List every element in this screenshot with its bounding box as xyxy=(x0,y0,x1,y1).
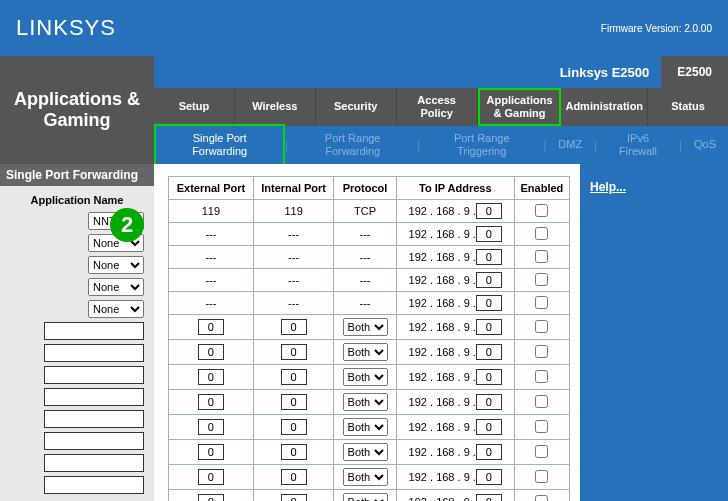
help-link[interactable]: Help... xyxy=(590,180,626,194)
enabled-checkbox[interactable] xyxy=(535,395,548,408)
ext-port-input[interactable] xyxy=(198,419,224,435)
application-name-input[interactable] xyxy=(44,388,144,406)
subnav-port-range-triggering[interactable]: Port Range Triggering xyxy=(420,132,543,158)
ip-last-octet-input[interactable] xyxy=(476,469,502,485)
application-name-input[interactable] xyxy=(44,432,144,450)
ip-cell: 192 . 168 . 9 . xyxy=(396,246,514,269)
int-port-input[interactable] xyxy=(281,444,307,460)
enabled-checkbox[interactable] xyxy=(535,370,548,383)
protocol-select[interactable]: Both xyxy=(343,468,388,486)
ip-last-octet-input[interactable] xyxy=(476,249,502,265)
ext-port-input[interactable] xyxy=(198,369,224,385)
int-port-input[interactable] xyxy=(281,419,307,435)
ip-last-octet-input[interactable] xyxy=(476,226,502,242)
int-port-input[interactable] xyxy=(281,319,307,335)
table-row: Both192 . 168 . 9 . xyxy=(169,465,570,490)
ext-cell: --- xyxy=(169,269,254,292)
protocol-select[interactable]: Both xyxy=(343,368,388,386)
subnav-dmz[interactable]: DMZ xyxy=(546,138,594,151)
ext-port-input[interactable] xyxy=(198,469,224,485)
enabled-checkbox[interactable] xyxy=(535,495,548,502)
application-name-input[interactable] xyxy=(44,344,144,362)
enabled-checkbox[interactable] xyxy=(535,445,548,458)
subnav-single-port-forwarding[interactable]: Single Port Forwarding xyxy=(154,124,285,166)
ip-last-octet-input[interactable] xyxy=(476,494,502,501)
application-select[interactable]: None xyxy=(88,278,144,296)
ext-port-input[interactable] xyxy=(198,394,224,410)
application-name-input[interactable] xyxy=(44,476,144,494)
table-row: ---------192 . 168 . 9 . xyxy=(169,292,570,315)
int-cell xyxy=(253,465,334,490)
enabled-checkbox[interactable] xyxy=(535,204,548,217)
firmware-version: Firmware Version: 2.0.00 xyxy=(601,23,712,34)
int-port-input[interactable] xyxy=(281,469,307,485)
application-name-input[interactable] xyxy=(44,322,144,340)
enabled-cell xyxy=(514,490,569,502)
application-select[interactable]: None xyxy=(88,300,144,318)
enabled-checkbox[interactable] xyxy=(535,420,548,433)
ip-last-octet-input[interactable] xyxy=(476,272,502,288)
nav-setup[interactable]: Setup xyxy=(154,88,235,126)
ip-last-octet-input[interactable] xyxy=(476,295,502,311)
int-port-input[interactable] xyxy=(281,369,307,385)
ext-cell xyxy=(169,390,254,415)
ip-last-octet-input[interactable] xyxy=(476,369,502,385)
table-row: Both192 . 168 . 9 . xyxy=(169,365,570,390)
ext-cell xyxy=(169,365,254,390)
table-row: Both192 . 168 . 9 . xyxy=(169,415,570,440)
enabled-checkbox[interactable] xyxy=(535,320,548,333)
ext-port-input[interactable] xyxy=(198,319,224,335)
ip-prefix: 192 . 168 . 9 . xyxy=(409,251,476,263)
protocol-select[interactable]: Both xyxy=(343,343,388,361)
nav-status[interactable]: Status xyxy=(648,88,728,126)
enabled-cell xyxy=(514,465,569,490)
nav-access-policy[interactable]: Access Policy xyxy=(397,88,478,126)
ip-cell: 192 . 168 . 9 . xyxy=(396,465,514,490)
enabled-checkbox[interactable] xyxy=(535,273,548,286)
table-row: ---------192 . 168 . 9 . xyxy=(169,269,570,292)
int-port-input[interactable] xyxy=(281,394,307,410)
ip-last-octet-input[interactable] xyxy=(476,319,502,335)
protocol-cell: Both xyxy=(334,415,396,440)
int-cell: --- xyxy=(253,223,334,246)
application-select[interactable]: None xyxy=(88,256,144,274)
ip-cell: 192 . 168 . 9 . xyxy=(396,269,514,292)
int-cell xyxy=(253,415,334,440)
enabled-checkbox[interactable] xyxy=(535,250,548,263)
enabled-checkbox[interactable] xyxy=(535,296,548,309)
port-forwarding-table: External Port Internal Port Protocol To … xyxy=(168,176,570,501)
protocol-select[interactable]: Both xyxy=(343,318,388,336)
int-port-input[interactable] xyxy=(281,494,307,501)
ip-last-octet-input[interactable] xyxy=(476,203,502,219)
ip-last-octet-input[interactable] xyxy=(476,394,502,410)
subnav-ipv-firewall[interactable]: IPv6 Firewall xyxy=(597,132,679,158)
ext-port-input[interactable] xyxy=(198,444,224,460)
protocol-select[interactable]: Both xyxy=(343,393,388,411)
ip-last-octet-input[interactable] xyxy=(476,419,502,435)
nav-applications-gaming[interactable]: Applications & Gaming xyxy=(478,88,562,126)
enabled-cell xyxy=(514,315,569,340)
application-name-input[interactable] xyxy=(44,454,144,472)
right-column: Help... xyxy=(580,164,728,501)
nav-security[interactable]: Security xyxy=(316,88,397,126)
nav-administration[interactable]: Administration xyxy=(561,88,648,126)
application-name-input[interactable] xyxy=(44,366,144,384)
ip-last-octet-input[interactable] xyxy=(476,344,502,360)
enabled-checkbox[interactable] xyxy=(535,345,548,358)
enabled-checkbox[interactable] xyxy=(535,227,548,240)
protocol-select[interactable]: Both xyxy=(343,443,388,461)
int-port-input[interactable] xyxy=(281,344,307,360)
section-title: Single Port Forwarding xyxy=(0,164,154,186)
protocol-select[interactable]: Both xyxy=(343,418,388,436)
ext-cell: --- xyxy=(169,246,254,269)
ext-port-input[interactable] xyxy=(198,344,224,360)
ext-port-input[interactable] xyxy=(198,494,224,501)
subnav-qos[interactable]: QoS xyxy=(682,138,728,151)
application-name-input[interactable] xyxy=(44,410,144,428)
enabled-cell xyxy=(514,340,569,365)
ip-last-octet-input[interactable] xyxy=(476,444,502,460)
subnav-port-range-forwarding[interactable]: Port Range Forwarding xyxy=(288,132,417,158)
enabled-checkbox[interactable] xyxy=(535,470,548,483)
nav-wireless[interactable]: Wireless xyxy=(235,88,316,126)
protocol-select[interactable]: Both xyxy=(343,493,388,501)
